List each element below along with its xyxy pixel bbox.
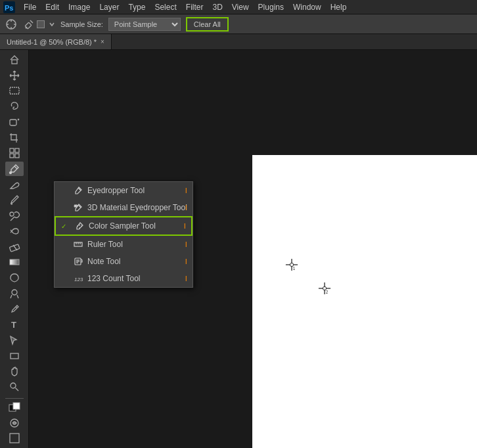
rectangular-marquee-tool[interactable] <box>5 83 24 98</box>
history-brush-tool[interactable] <box>5 224 24 238</box>
svg-rect-16 <box>15 154 19 158</box>
edit-in-quick-mask[interactable] <box>5 416 24 430</box>
3d-eyedropper-icon: 3D <box>73 202 83 213</box>
check-color-sampler: ✓ <box>61 223 70 230</box>
ctx-eyedropper-shortcut: I <box>185 187 187 194</box>
menu-image[interactable]: Image <box>64 1 94 13</box>
svg-point-17 <box>9 172 11 174</box>
svg-point-9 <box>26 26 28 28</box>
menu-window[interactable]: Window <box>289 1 325 13</box>
menu-3d[interactable]: 3D <box>208 1 226 13</box>
svg-line-26 <box>15 388 18 392</box>
toolbar-divider <box>5 398 24 399</box>
tool-options-icon <box>4 17 18 32</box>
svg-text:T: T <box>11 320 16 330</box>
quick-selection-tool[interactable] <box>5 115 24 129</box>
color-sampler-icon <box>74 221 85 231</box>
canvas-surface <box>252 155 477 448</box>
chevron-down-icon[interactable] <box>49 21 55 28</box>
ctx-eyedropper-tool[interactable]: Eyedropper Tool I <box>55 182 193 199</box>
svg-rect-24 <box>11 353 18 359</box>
svg-point-25 <box>11 383 16 388</box>
doc-title: Untitled-1 @ 50% (RGB/8) * <box>7 38 97 46</box>
ctx-3d-eyedropper-tool[interactable]: 3D 3D Material Eyedropper Tool I <box>55 199 193 216</box>
main-area: T <box>0 50 477 448</box>
hand-tool[interactable] <box>5 365 24 379</box>
rectangle-tool[interactable] <box>5 349 24 363</box>
menu-filter[interactable]: Filter <box>182 1 208 13</box>
ctx-color-sampler-tool[interactable]: ✓ Color Sampler Tool I <box>55 216 193 236</box>
healing-brush-tool[interactable] <box>5 177 24 192</box>
pen-tool[interactable] <box>5 302 24 317</box>
screen-mode[interactable] <box>5 431 24 445</box>
options-bar: Sample Size: Point Sample 3 by 3 Average… <box>0 14 477 34</box>
menu-type[interactable]: Type <box>124 1 149 13</box>
ctx-color-sampler-label: Color Sampler Tool <box>89 221 156 231</box>
close-tab-button[interactable]: × <box>101 38 104 45</box>
svg-point-18 <box>10 212 14 216</box>
menu-select[interactable]: Select <box>150 1 180 13</box>
ctx-ruler-label: Ruler Tool <box>87 240 123 249</box>
svg-text:3D: 3D <box>74 204 78 208</box>
foreground-bg-colors[interactable] <box>5 400 24 414</box>
count-icon: 123 <box>73 273 83 284</box>
ctx-count-tool[interactable]: 123 123 Count Tool I <box>55 270 193 287</box>
left-toolbar: T <box>0 50 29 448</box>
brush-tool[interactable] <box>5 193 24 208</box>
eraser-tool[interactable] <box>5 240 24 254</box>
lasso-tool[interactable] <box>5 99 24 114</box>
ctx-3d-eyedropper-label: 3D Material Eyedropper Tool <box>87 203 187 212</box>
home-tool[interactable] <box>5 53 24 67</box>
ctx-eyedropper-label: Eyedropper Tool <box>87 186 145 195</box>
ctx-ruler-tool[interactable]: Ruler Tool I <box>55 236 193 253</box>
svg-rect-10 <box>12 60 17 64</box>
crop-tool[interactable] <box>5 131 24 145</box>
eyedropper-icon <box>73 185 83 196</box>
eyedropper-tool[interactable] <box>5 162 24 176</box>
menu-help[interactable]: Help <box>327 1 351 13</box>
svg-rect-11 <box>10 87 19 94</box>
menu-layer[interactable]: Layer <box>95 1 123 13</box>
ctx-note-shortcut: I <box>185 258 187 265</box>
menu-plugins[interactable]: Plugins <box>254 1 288 13</box>
svg-rect-21 <box>10 259 19 265</box>
ruler-icon <box>73 239 83 250</box>
sample-size-dropdown[interactable]: Point Sample 3 by 3 Average 5 by 5 Avera… <box>108 18 181 31</box>
dodge-tool[interactable] <box>5 286 24 301</box>
path-selection-tool[interactable] <box>5 333 24 347</box>
menu-bar: Ps File Edit Image Layer Type Select Fil… <box>0 0 477 14</box>
ctx-3d-eyedropper-shortcut: I <box>185 204 187 212</box>
sample-size-label: Sample Size: <box>60 20 103 28</box>
document-tab[interactable]: Untitled-1 @ 50% (RGB/8) * × <box>0 34 112 49</box>
svg-rect-13 <box>10 148 14 152</box>
frame-tool[interactable] <box>5 146 24 160</box>
svg-rect-14 <box>15 148 19 152</box>
svg-point-22 <box>12 290 17 295</box>
move-tool[interactable] <box>5 68 24 83</box>
ctx-note-label: Note Tool <box>87 257 120 266</box>
tab-bar: Untitled-1 @ 50% (RGB/8) * × <box>0 34 477 50</box>
ps-logo: Ps <box>3 1 16 13</box>
tool-context-menu: Eyedropper Tool I 3D 3D Material Eyedrop… <box>54 181 193 288</box>
menu-edit[interactable]: Edit <box>41 1 63 13</box>
menu-view[interactable]: View <box>228 1 253 13</box>
ctx-count-shortcut: I <box>185 275 187 282</box>
note-icon <box>73 256 83 267</box>
gradient-tool[interactable] <box>5 256 24 270</box>
zoom-tool[interactable] <box>5 380 24 394</box>
svg-rect-12 <box>10 120 16 125</box>
ctx-color-sampler-shortcut: I <box>184 222 186 230</box>
clear-all-button[interactable]: Clear All <box>186 17 229 32</box>
menu-file[interactable]: File <box>20 1 40 13</box>
text-tool[interactable]: T <box>5 317 24 332</box>
svg-rect-15 <box>10 154 14 158</box>
clone-stamp-tool[interactable] <box>5 208 24 223</box>
ctx-note-tool[interactable]: Note Tool I <box>55 253 193 270</box>
svg-rect-28 <box>13 403 20 409</box>
svg-line-20 <box>13 245 17 250</box>
ctx-count-label: 123 Count Tool <box>87 274 141 283</box>
ctx-ruler-shortcut: I <box>185 240 187 248</box>
blur-tool[interactable] <box>5 271 24 285</box>
canvas-area: 1 2 <box>29 50 477 448</box>
svg-line-7 <box>30 20 33 23</box>
